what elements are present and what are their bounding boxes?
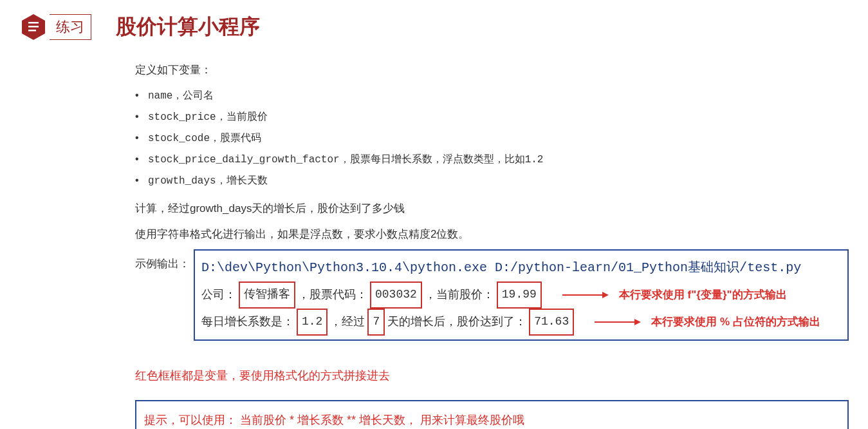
list-item: stock_price_daily_growth_factor，股票每日增长系数… — [135, 149, 849, 170]
list-item: stock_code，股票代码 — [135, 128, 849, 149]
output-box: D:\dev\Python\Python3.10.4\python.exe D:… — [194, 249, 849, 341]
hint-line-1: 提示，可以使用： 当前股价 * 增长系数 ** 增长天数， 用来计算最终股价哦 — [144, 408, 840, 429]
example-label: 示例输出： — [135, 249, 190, 275]
intro-text: 定义如下变量： — [135, 59, 849, 81]
list-item: growth_days，增长天数 — [135, 170, 849, 191]
output-path: D:\dev\Python\Python3.10.4\python.exe D:… — [201, 254, 841, 281]
var-price: 19.99 — [497, 281, 542, 309]
var-final: 71.63 — [529, 309, 574, 336]
format-text: 使用字符串格式化进行输出，如果是浮点数，要求小数点精度2位数。 — [135, 224, 849, 245]
arrow-icon — [595, 319, 641, 325]
var-factor: 1.2 — [297, 309, 328, 336]
exercise-badge: 练习 — [19, 13, 91, 41]
output-line-2: 公司： 传智播客 ，股票代码： 003032 ，当前股价： 19.99 本行要求… — [201, 281, 841, 309]
badge-label: 练习 — [50, 14, 91, 40]
var-company: 传智播客 — [239, 281, 295, 309]
list-item: name，公司名 — [135, 85, 849, 106]
variable-list: name，公司名 stock_price，当前股价 stock_code，股票代… — [135, 85, 849, 191]
hint-box: 提示，可以使用： 当前股价 * 增长系数 ** 增长天数， 用来计算最终股价哦 … — [135, 400, 849, 429]
header: 练习 股价计算小程序 — [19, 13, 849, 41]
list-hex-icon — [19, 13, 48, 41]
annotation-fstring: 本行要求使用 f"{变量}"的方式输出 — [619, 283, 787, 307]
content: 定义如下变量： name，公司名 stock_price，当前股价 stock_… — [135, 59, 849, 429]
output-line-3: 每日增长系数是： 1.2 ，经过 7 天的增长后，股价达到了： 71.63 本行… — [201, 309, 841, 336]
var-code: 003032 — [370, 281, 422, 309]
page-title: 股价计算小程序 — [116, 13, 260, 41]
svg-rect-1 — [28, 22, 39, 24]
example-block: 示例输出： D:\dev\Python\Python3.10.4\python.… — [135, 249, 849, 341]
red-note: 红色框框都是变量，要使用格式化的方式拼接进去 — [135, 364, 849, 387]
calc-text: 计算，经过growth_days天的增长后，股价达到了多少钱 — [135, 198, 849, 220]
svg-rect-3 — [28, 30, 36, 32]
annotation-percent: 本行要求使用 % 占位符的方式输出 — [651, 310, 820, 334]
list-item: stock_price，当前股价 — [135, 106, 849, 128]
arrow-icon — [562, 292, 609, 298]
svg-rect-2 — [28, 26, 39, 28]
var-days: 7 — [367, 309, 385, 336]
